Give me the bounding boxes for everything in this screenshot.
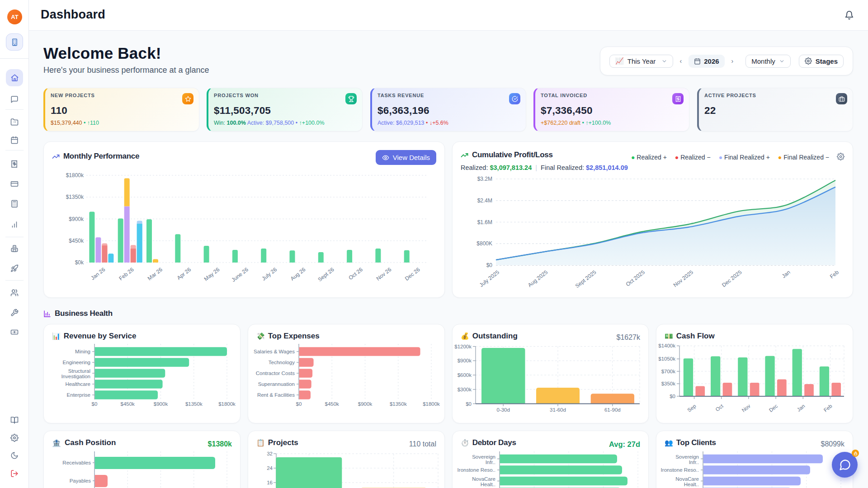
svg-text:$1800k: $1800k xyxy=(423,401,440,407)
svg-text:Infr..: Infr.. xyxy=(689,460,699,465)
svg-text:Dec 2025: Dec 2025 xyxy=(721,269,743,288)
svg-text:$1800k: $1800k xyxy=(66,172,84,178)
svg-text:NovaCare: NovaCare xyxy=(675,476,699,482)
svg-text:$1.6M: $1.6M xyxy=(477,219,492,225)
svg-text:Superannuation: Superannuation xyxy=(258,381,295,387)
svg-text:$3.2M: $3.2M xyxy=(477,176,492,182)
svg-text:Structural: Structural xyxy=(68,368,90,374)
svg-text:Jan: Jan xyxy=(781,269,792,279)
svg-text:Aug 26: Aug 26 xyxy=(289,266,307,282)
svg-text:Rent & Facilities: Rent & Facilities xyxy=(257,392,295,398)
svg-text:Sep: Sep xyxy=(686,403,697,413)
svg-text:Investigation: Investigation xyxy=(61,374,90,379)
svg-text:$900k: $900k xyxy=(69,216,84,222)
svg-text:$800K: $800K xyxy=(476,240,492,247)
svg-text:$300k: $300k xyxy=(458,387,472,392)
svg-text:Infr..: Infr.. xyxy=(486,460,495,465)
svg-text:24: 24 xyxy=(267,465,273,471)
svg-text:Aug 2025: Aug 2025 xyxy=(527,269,549,288)
svg-text:Jan 26: Jan 26 xyxy=(90,266,106,281)
svg-text:$450k: $450k xyxy=(69,238,84,244)
svg-text:0-30d: 0-30d xyxy=(496,407,509,413)
svg-text:July 26: July 26 xyxy=(260,266,278,282)
svg-text:Receivables: Receivables xyxy=(62,460,91,465)
svg-text:Apr 26: Apr 26 xyxy=(176,266,193,281)
svg-text:Nov: Nov xyxy=(741,403,752,413)
svg-text:Oct 26: Oct 26 xyxy=(347,266,364,281)
svg-text:Engineering: Engineering xyxy=(63,360,90,365)
svg-text:Sovereign: Sovereign xyxy=(472,454,495,460)
svg-text:Salaries & Wages: Salaries & Wages xyxy=(254,349,295,354)
svg-text:$1400k: $1400k xyxy=(658,343,675,348)
svg-text:$1200k: $1200k xyxy=(454,344,472,349)
svg-text:Sept 2025: Sept 2025 xyxy=(574,269,598,289)
svg-text:Ironstone Reso..: Ironstone Reso.. xyxy=(661,467,699,473)
svg-text:$1350k: $1350k xyxy=(66,194,84,200)
svg-text:Enterprise: Enterprise xyxy=(67,392,90,398)
svg-text:Sovereign: Sovereign xyxy=(675,454,699,460)
svg-text:Oct 2025: Oct 2025 xyxy=(625,269,646,287)
svg-text:$0: $0 xyxy=(466,401,472,407)
svg-text:Dec 26: Dec 26 xyxy=(404,266,421,282)
svg-text:$450k: $450k xyxy=(325,401,340,407)
svg-text:$0: $0 xyxy=(296,401,302,407)
svg-text:32: 32 xyxy=(267,451,273,456)
svg-text:$1800k: $1800k xyxy=(218,401,236,407)
svg-text:$1350k: $1350k xyxy=(185,401,203,407)
svg-text:Feb 26: Feb 26 xyxy=(118,266,135,282)
svg-text:Dec: Dec xyxy=(768,403,779,413)
svg-text:Feb: Feb xyxy=(823,403,833,413)
svg-text:Mining: Mining xyxy=(75,349,90,354)
svg-text:$1350k: $1350k xyxy=(390,401,407,407)
svg-text:Healt..: Healt.. xyxy=(481,482,495,487)
svg-text:Ironstone Reso..: Ironstone Reso.. xyxy=(458,467,495,473)
svg-text:Jan: Jan xyxy=(796,403,806,413)
svg-text:61-90d: 61-90d xyxy=(604,407,621,413)
svg-text:Payables: Payables xyxy=(70,478,91,483)
svg-text:Mar 26: Mar 26 xyxy=(146,266,164,282)
svg-text:July 2025: July 2025 xyxy=(478,269,500,288)
svg-text:$900k: $900k xyxy=(358,401,373,407)
svg-text:Healthcare: Healthcare xyxy=(65,381,90,387)
svg-text:$900k: $900k xyxy=(458,358,472,363)
svg-text:$450k: $450k xyxy=(121,401,135,407)
svg-text:Healt..: Healt.. xyxy=(684,482,699,487)
svg-text:June 26: June 26 xyxy=(230,266,250,283)
svg-text:31-60d: 31-60d xyxy=(550,407,566,413)
svg-text:Nov 26: Nov 26 xyxy=(375,266,393,282)
svg-text:May 26: May 26 xyxy=(203,266,221,282)
svg-text:NovaCare: NovaCare xyxy=(472,476,495,482)
svg-text:$600k: $600k xyxy=(458,372,472,378)
svg-text:Feb: Feb xyxy=(829,269,840,280)
svg-text:$0: $0 xyxy=(92,401,98,407)
svg-text:Technology: Technology xyxy=(269,360,295,365)
svg-text:16: 16 xyxy=(267,480,273,485)
svg-text:Nov 2025: Nov 2025 xyxy=(672,269,694,288)
svg-text:$0k: $0k xyxy=(75,259,84,266)
svg-text:Contractor Costs: Contractor Costs xyxy=(256,371,295,376)
svg-text:$350k: $350k xyxy=(661,381,676,386)
svg-text:$900k: $900k xyxy=(154,401,168,407)
svg-text:$0: $0 xyxy=(486,262,493,268)
svg-text:Sept 26: Sept 26 xyxy=(316,266,335,283)
svg-text:$1050k: $1050k xyxy=(658,356,675,361)
svg-text:$700k: $700k xyxy=(661,369,676,374)
svg-text:$0: $0 xyxy=(670,394,675,399)
svg-text:$2.4M: $2.4M xyxy=(477,197,492,204)
svg-text:Oct: Oct xyxy=(714,403,724,413)
